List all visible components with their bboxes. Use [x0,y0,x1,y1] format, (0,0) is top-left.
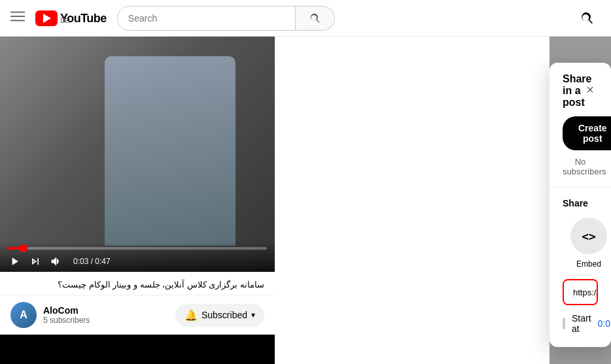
svg-rect-2 [10,20,25,22]
main-content: 0:03 / 0:47 سامانه برگزاری کلاس آنلاین، … [0,37,611,364]
video-person [105,56,236,246]
logo-de: DE [60,18,107,24]
share-icons-row: <> Embed WhatsApp f Facebook [563,218,598,269]
share-icons-section: Share <> Embed WhatsApp [550,188,611,279]
search-button[interactable] [296,6,335,31]
share-header: Share in a post × [550,63,611,116]
start-at-row: Start at 0:03 [550,305,611,334]
progress-bar[interactable] [8,247,267,250]
search-bar [117,6,336,31]
subscribed-label: Subscribed [201,310,247,320]
share-link-section: Copy [550,279,611,305]
skip-button[interactable] [29,255,42,268]
play-button[interactable] [8,255,21,268]
share-link-input[interactable] [564,281,598,304]
progress-dot [20,244,27,252]
channel-row: A AloCom 5 subscribers 🔔 Subscribed ▾ [0,295,275,335]
video-thumbnail[interactable]: 0:03 / 0:47 [0,37,275,272]
share-section-label: Share [563,198,598,208]
no-subscribers-label: No subscribers [563,157,598,176]
notification-icon: 🔔 [184,309,198,322]
svg-rect-0 [10,12,25,13]
play-triangle [43,14,51,23]
time-display: 0:03 / 0:47 [73,257,111,266]
channel-subscribers: 5 subscribers [43,316,169,325]
subscribed-button[interactable]: 🔔 Subscribed ▾ [175,304,264,327]
channel-name: AloCom [43,305,169,316]
share-link-row: Copy [563,279,598,305]
right-panel: Share in a post × Create post No subscri… [275,37,611,364]
embed-label: Embed [576,259,601,269]
youtube-logo[interactable]: YouTube DE [35,10,107,26]
controls-row: 0:03 / 0:47 [8,255,267,268]
progress-fill [8,247,24,250]
start-at-checkbox[interactable] [563,318,565,329]
yt-icon [35,10,58,26]
dropdown-icon: ▾ [251,310,255,320]
share-embed[interactable]: <> Embed [563,218,611,269]
embed-icon: <> [570,218,607,254]
share-post-section: Create post No subscribers [550,116,611,188]
menu-icon[interactable] [10,9,25,27]
channel-info: AloCom 5 subscribers [43,305,169,325]
channel-avatar: A [10,302,37,328]
create-post-button[interactable]: Create post [563,116,611,150]
start-at-label: Start at [572,313,591,334]
video-controls: 0:03 / 0:47 [0,242,275,272]
start-at-time[interactable]: 0:03 [598,318,611,329]
share-overlay: Share in a post × Create post No subscri… [550,37,611,364]
video-title: سامانه برگزاری کلاس آنلاین، جلسه و وبینا… [10,280,264,290]
svg-rect-1 [10,16,25,17]
search-input[interactable] [117,6,296,31]
search-icon-right[interactable] [574,5,601,31]
share-close-button[interactable]: × [580,79,601,100]
video-area: 0:03 / 0:47 سامانه برگزاری کلاس آنلاین، … [0,37,275,364]
share-dialog: Share in a post × Create post No subscri… [550,63,611,347]
avatar-letter: A [20,309,27,321]
volume-button[interactable] [50,255,63,268]
video-title-bar: سامانه برگزاری کلاس آنلاین، جلسه و وبینا… [0,272,275,295]
header: YouTube DE [0,0,611,37]
